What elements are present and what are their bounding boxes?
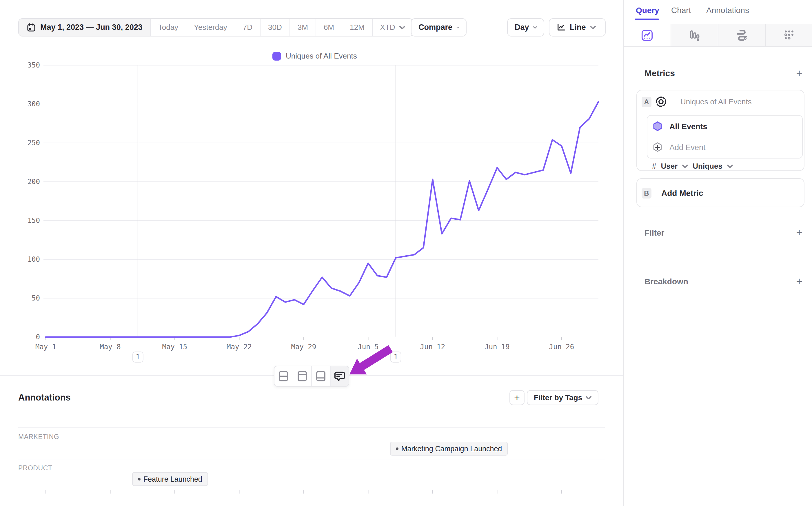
date-range-control: May 1, 2023 — Jun 30, 2023 TodayYesterda… xyxy=(18,18,413,36)
filter-section-label: Filter xyxy=(644,228,664,238)
chart-type-selector xyxy=(624,24,812,47)
split-view-icon xyxy=(277,370,289,382)
entity-dropdown[interactable]: User xyxy=(661,162,678,171)
svg-text:Jun 5: Jun 5 xyxy=(358,343,378,351)
svg-text:200: 200 xyxy=(27,178,40,186)
split-view-button[interactable] xyxy=(274,366,293,386)
metrics-heading: Metrics xyxy=(644,68,675,78)
svg-text:Jun 26: Jun 26 xyxy=(549,343,574,351)
chart-type-tab-line-chart[interactable] xyxy=(624,24,670,47)
breakdown-section-label: Breakdown xyxy=(644,277,688,286)
stacked-chart-icon xyxy=(735,29,748,42)
chart-focus-icon xyxy=(296,370,308,382)
annotations-header: Annotations + Filter by Tags xyxy=(0,388,623,412)
add-annotation-button[interactable]: + xyxy=(510,390,525,405)
row-divider xyxy=(18,459,605,460)
add-filter-button[interactable]: + xyxy=(794,227,805,239)
comment-bubble-icon xyxy=(334,370,346,382)
metric-a-badge: A xyxy=(642,97,651,107)
annotation-label: Marketing Campaign Launched xyxy=(401,444,502,453)
bar-chart-icon xyxy=(688,29,701,42)
annotation-pill[interactable]: Feature Launched xyxy=(132,472,208,486)
annotation-label: Feature Launched xyxy=(144,475,202,483)
annotation-count-badge[interactable] xyxy=(133,352,143,362)
event-item-all-events[interactable]: All Events xyxy=(653,120,707,133)
tab-chart[interactable]: Chart xyxy=(671,6,691,15)
annotation-group-marketing: MARKETING xyxy=(18,433,59,441)
chart-type-button[interactable]: Line xyxy=(549,18,606,36)
chart-type-tab-scatter-chart[interactable] xyxy=(765,24,812,47)
chevron-down-icon xyxy=(399,26,405,29)
comments-button[interactable] xyxy=(330,366,349,386)
add-metric-plus-button[interactable]: + xyxy=(794,68,805,79)
chevron-down-icon xyxy=(456,26,459,29)
chevron-down-icon xyxy=(727,165,733,168)
chevron-down-icon xyxy=(533,26,537,29)
chevron-down-icon xyxy=(682,165,688,168)
annotation-count-badge[interactable] xyxy=(391,352,401,362)
metric-card-a[interactable]: A Uniques of All Events All Events xyxy=(636,90,804,171)
xtd-label: XTD xyxy=(380,23,395,32)
metric-target-icon xyxy=(655,96,667,108)
svg-text:May 8: May 8 xyxy=(100,343,120,351)
svg-text:1: 1 xyxy=(394,353,398,361)
chart-focus-button[interactable] xyxy=(293,366,311,386)
add-metric-label: Add Metric xyxy=(661,189,703,198)
series-line xyxy=(46,102,599,337)
chart-type-label: Line xyxy=(570,23,586,32)
line-chart-icon xyxy=(556,23,566,32)
svg-text:150: 150 xyxy=(27,217,40,225)
compare-button[interactable]: Compare xyxy=(411,18,467,36)
annotation-pill[interactable]: Marketing Campaign Launched xyxy=(390,442,508,455)
svg-text:Jun 19: Jun 19 xyxy=(484,343,510,351)
tab-annotations[interactable]: Annotations xyxy=(706,6,749,15)
callout-arrow xyxy=(0,0,623,506)
annotations-focus-button[interactable] xyxy=(311,366,330,386)
layout-toolbar xyxy=(274,366,349,387)
annotations-title: Annotations xyxy=(18,393,71,403)
chart-legend[interactable]: Uniques of All Events xyxy=(272,52,357,61)
aggregation-dropdown[interactable]: Uniques xyxy=(693,162,722,171)
preset-6m[interactable]: 6M xyxy=(315,19,342,36)
active-tab-underline xyxy=(635,18,659,20)
preset-today[interactable]: Today xyxy=(150,19,186,36)
preset-12m[interactable]: 12M xyxy=(342,19,372,36)
tab-query[interactable]: Query xyxy=(636,6,659,15)
preset-7d[interactable]: 7D xyxy=(235,19,260,36)
row-divider xyxy=(18,427,605,428)
svg-text:Jun 12: Jun 12 xyxy=(420,343,445,351)
svg-text:250: 250 xyxy=(27,139,40,147)
compare-label: Compare xyxy=(419,23,452,32)
preset-30d[interactable]: 30D xyxy=(260,19,289,36)
scatter-chart-icon xyxy=(783,29,796,42)
chart-type-tab-stacked-chart[interactable] xyxy=(718,24,765,47)
event-list-card: All Events Add Event xyxy=(647,115,803,159)
svg-text:May 29: May 29 xyxy=(291,343,317,351)
line-chart-icon xyxy=(640,29,654,42)
date-range-label: May 1, 2023 — Jun 30, 2023 xyxy=(40,23,143,32)
chart-panel: May 1, 2023 — Jun 30, 2023 TodayYesterda… xyxy=(0,0,623,506)
chart-type-tab-bar-chart[interactable] xyxy=(670,24,718,47)
filter-by-tags-button[interactable]: Filter by Tags xyxy=(527,390,599,405)
granularity-button[interactable]: Day xyxy=(507,18,544,36)
preset-3m[interactable]: 3M xyxy=(289,19,315,36)
count-symbol: # xyxy=(652,162,656,171)
xtd-preset-button[interactable]: XTD xyxy=(372,19,413,36)
date-range-button[interactable]: May 1, 2023 — Jun 30, 2023 xyxy=(19,19,150,36)
svg-text:May 15: May 15 xyxy=(162,343,187,351)
sidebar-tabs: Query Chart Annotations xyxy=(624,0,812,24)
add-event-hexagon-icon xyxy=(653,142,662,153)
svg-text:50: 50 xyxy=(31,294,40,302)
metric-a-title: Uniques of All Events xyxy=(681,97,752,106)
svg-text:100: 100 xyxy=(27,255,40,263)
legend-label: Uniques of All Events xyxy=(286,52,357,61)
annotation-group-product: PRODUCT xyxy=(18,464,52,472)
metric-card-b[interactable]: B Add Metric xyxy=(636,178,804,207)
add-event-button[interactable]: Add Event xyxy=(653,141,706,154)
svg-text:350: 350 xyxy=(27,61,40,69)
add-breakdown-button[interactable]: + xyxy=(794,276,805,287)
query-sidebar: Query Chart Annotations Metrics + A Uniq… xyxy=(623,0,812,506)
svg-text:1: 1 xyxy=(136,353,140,361)
annotation-dot xyxy=(396,447,398,450)
preset-yesterday[interactable]: Yesterday xyxy=(186,19,235,36)
